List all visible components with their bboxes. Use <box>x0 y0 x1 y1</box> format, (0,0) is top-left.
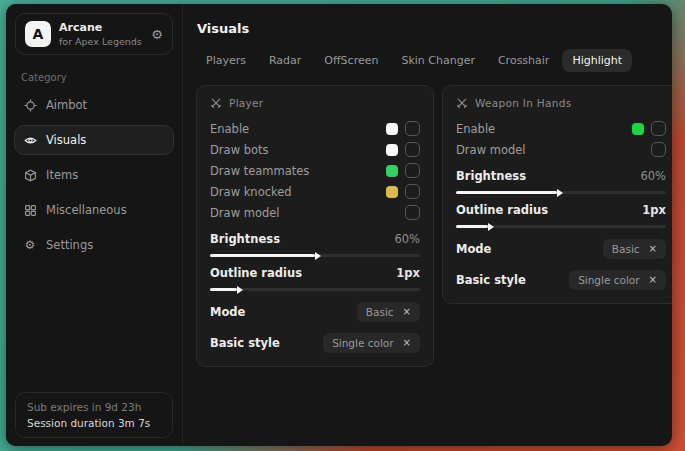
slider-fill <box>456 225 488 228</box>
slider-thumb[interactable] <box>315 252 321 260</box>
crosshair-icon <box>23 98 37 112</box>
crossed-swords-icon <box>456 97 468 109</box>
basic-style-select-row: Basic style Single color × <box>210 333 420 353</box>
basic-style-select-row: Basic style Single color × <box>456 270 666 290</box>
toggle-row-draw-teammates: Draw teammates <box>210 160 420 181</box>
pill-value: Basic <box>366 306 394 318</box>
slider-label: Outline radius <box>210 266 302 280</box>
tab-players[interactable]: Players <box>196 49 256 72</box>
slider-value: 1px <box>642 203 666 217</box>
tab-highlight[interactable]: Highlight <box>562 49 632 72</box>
basic-style-select-pill[interactable]: Single color × <box>569 270 666 290</box>
panel-title: Weapon In Hands <box>475 97 571 109</box>
sidebar-item-label: Visuals <box>46 133 86 147</box>
checkbox[interactable] <box>651 121 666 136</box>
panel-row: Player Enable Draw bots Draw teammates D… <box>196 85 672 367</box>
sidebar-item-aimbot[interactable]: Aimbot <box>14 90 174 120</box>
color-swatch[interactable] <box>386 165 398 177</box>
color-swatch[interactable] <box>386 144 398 156</box>
checkbox[interactable] <box>405 163 420 178</box>
brightness-slider[interactable] <box>210 254 420 257</box>
mode-select-row: Mode Basic × <box>456 239 666 259</box>
remove-icon[interactable]: × <box>649 244 657 254</box>
select-label: Basic style <box>456 273 526 287</box>
checkbox[interactable] <box>405 121 420 136</box>
color-swatch[interactable] <box>632 123 644 135</box>
slider-fill <box>210 288 237 291</box>
select-label: Mode <box>210 305 245 319</box>
slider-thumb[interactable] <box>488 223 494 231</box>
toggle-label: Draw bots <box>210 143 269 157</box>
sidebar-item-label: Miscellaneous <box>46 203 127 217</box>
basic-style-select-pill[interactable]: Single color × <box>323 333 420 353</box>
pill-value: Single color <box>332 337 393 349</box>
tab-crosshair[interactable]: Crosshair <box>488 49 559 72</box>
sidebar-item-settings[interactable]: ⚙ Settings <box>14 230 174 260</box>
brightness-slider[interactable] <box>456 191 666 194</box>
sidebar-item-label: Settings <box>46 238 93 252</box>
toggle-label: Draw knocked <box>210 185 292 199</box>
gear-icon[interactable]: ⚙ <box>151 28 163 41</box>
panel-title: Player <box>229 97 263 109</box>
slider-value: 60% <box>640 169 666 183</box>
player-panel: Player Enable Draw bots Draw teammates D… <box>196 85 434 367</box>
tab-radar[interactable]: Radar <box>259 49 311 72</box>
checkbox[interactable] <box>405 142 420 157</box>
tab-label: Radar <box>269 54 301 67</box>
color-swatch[interactable] <box>386 123 398 135</box>
toggle-row-draw-bots: Draw bots <box>210 139 420 160</box>
checkbox[interactable] <box>651 142 666 157</box>
outline-radius-slider-group: Outline radius 1px <box>210 266 420 291</box>
category-label: Category <box>21 72 167 83</box>
grid-icon <box>23 203 37 217</box>
remove-icon[interactable]: × <box>403 338 411 348</box>
select-label: Mode <box>456 242 491 256</box>
toggle-label: Enable <box>210 122 249 136</box>
outline-radius-slider[interactable] <box>456 225 666 228</box>
remove-icon[interactable]: × <box>649 275 657 285</box>
checkbox[interactable] <box>405 205 420 220</box>
panel-header: Player <box>210 97 420 109</box>
color-swatch[interactable] <box>386 186 398 198</box>
outline-radius-slider-group: Outline radius 1px <box>456 203 666 228</box>
crossed-swords-icon <box>210 97 222 109</box>
slider-label: Brightness <box>456 169 526 183</box>
select-label: Basic style <box>210 336 280 350</box>
toggle-label: Draw model <box>456 143 526 157</box>
tab-offscreen[interactable]: OffScreen <box>314 49 388 72</box>
slider-thumb[interactable] <box>557 189 563 197</box>
main-content: Visuals Players Radar OffScreen Skin Cha… <box>183 4 672 446</box>
outline-radius-slider[interactable] <box>210 288 420 291</box>
toggle-row-enable: Enable <box>210 118 420 139</box>
slider-thumb[interactable] <box>237 286 243 294</box>
tab-label: Skin Changer <box>401 54 475 67</box>
tab-label: Players <box>206 54 246 67</box>
slider-fill <box>456 191 557 194</box>
sub-expires-text: Sub expires in 9d 23h <box>27 401 161 413</box>
app-title: Arcane <box>59 21 142 34</box>
toggle-row-draw-model: Draw model <box>210 202 420 223</box>
slider-section: Brightness 60% Outline radius 1px <box>456 169 666 228</box>
sidebar: A Arcane for Apex Legends ⚙ Category Aim… <box>6 4 183 446</box>
sidebar-item-miscellaneous[interactable]: Miscellaneous <box>14 195 174 225</box>
toggle-row-draw-knocked: Draw knocked <box>210 181 420 202</box>
app-window: A Arcane for Apex Legends ⚙ Category Aim… <box>6 4 672 446</box>
sidebar-item-label: Aimbot <box>46 98 87 112</box>
page-title: Visuals <box>197 21 672 36</box>
app-subtitle: for Apex Legends <box>59 36 142 47</box>
account-card: A Arcane for Apex Legends ⚙ <box>15 13 173 55</box>
sidebar-item-items[interactable]: Items <box>14 160 174 190</box>
checkbox[interactable] <box>405 184 420 199</box>
tab-skin-changer[interactable]: Skin Changer <box>391 49 485 72</box>
brightness-slider-group: Brightness 60% <box>456 169 666 194</box>
mode-select-pill[interactable]: Basic × <box>603 239 666 259</box>
cube-icon <box>23 168 37 182</box>
remove-icon[interactable]: × <box>403 307 411 317</box>
toggle-label: Draw model <box>210 206 280 220</box>
mode-select-pill[interactable]: Basic × <box>357 302 420 322</box>
tab-label: Crosshair <box>498 54 549 67</box>
slider-label: Brightness <box>210 232 280 246</box>
tab-label: OffScreen <box>324 54 378 67</box>
slider-label: Outline radius <box>456 203 548 217</box>
sidebar-item-visuals[interactable]: Visuals <box>14 125 174 155</box>
